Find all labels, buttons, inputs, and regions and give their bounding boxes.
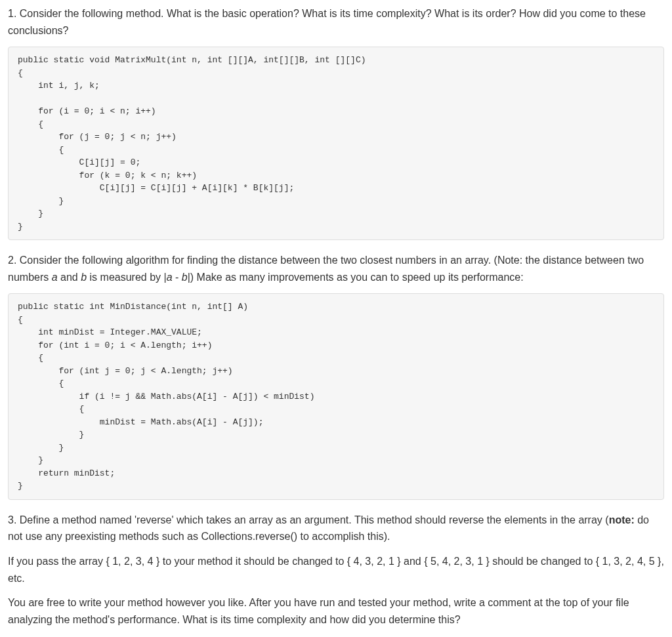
q2-a2: a (167, 272, 173, 283)
question-2-text: 2. Consider the following algorithm for … (8, 252, 664, 285)
q2-a: a (52, 272, 58, 283)
q2-measured: is measured by | (87, 272, 167, 283)
q2-b2: b (182, 272, 188, 283)
question-3-p1: 3. Define a method named 'reverse' which… (8, 512, 664, 545)
question-1-text: 1. Consider the following method. What i… (8, 5, 664, 39)
q2-b: b (81, 272, 87, 283)
question-3-p2: If you pass the array { 1, 2, 3, 4 } to … (8, 553, 664, 586)
question-3-p3: You are free to write your method howeve… (8, 594, 664, 628)
q2-part2: |) Make as many improvements as you can … (188, 272, 524, 283)
question-1-code: public static void MatrixMult(int n, int… (8, 47, 664, 240)
question-2-code: public static int MinDistance(int n, int… (8, 293, 664, 500)
q3-p1-part1: 3. Define a method named 'reverse' which… (8, 514, 609, 525)
q2-dash: - (173, 272, 182, 283)
q2-and: and (58, 272, 81, 283)
q3-p1-bold: note: (609, 514, 635, 525)
